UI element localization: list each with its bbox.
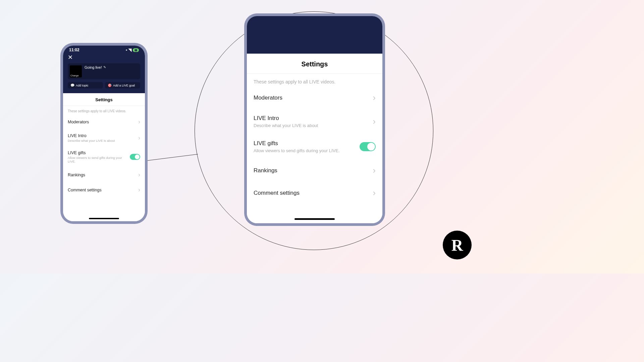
chevron-right-icon: ›: [138, 118, 140, 125]
settings-row-rankings[interactable]: Rankings ›: [247, 159, 382, 182]
settings-description: These settings apply to all LIVE videos.: [247, 74, 382, 86]
edit-icon[interactable]: ✎: [103, 65, 106, 69]
row-label: Rankings: [254, 167, 277, 174]
chevron-right-icon: ›: [138, 186, 140, 193]
chevron-right-icon: ›: [373, 165, 376, 176]
target-icon: 🎯: [108, 83, 112, 87]
status-time: 11:02: [69, 48, 79, 52]
chevron-right-icon: ›: [373, 188, 376, 198]
chevron-right-icon: ›: [373, 116, 376, 127]
battery-icon: ▮▮: [133, 48, 139, 52]
speech-icon: 💬: [70, 83, 74, 87]
phone-mockup-zoom: Settings These settings apply to all LIV…: [244, 13, 385, 226]
row-label: LIVE Intro: [254, 115, 318, 122]
brand-letter: R: [451, 236, 463, 254]
status-bar: 11:02 ▪ ◥ ▮▮: [63, 46, 145, 54]
status-icons: ▪ ◥ ▮▮: [126, 48, 139, 52]
row-label: Comment settings: [68, 188, 102, 192]
settings-row-live-gifts: LIVE gifts Allow viewers to send gifts d…: [247, 134, 382, 159]
row-label: LIVE gifts: [68, 150, 130, 155]
illustration-canvas: 11:02 ▪ ◥ ▮▮ ✕ Change: [0, 0, 488, 274]
settings-panel: Settings These settings apply to all LIV…: [63, 93, 145, 221]
add-topic-label: Add topic: [76, 84, 89, 87]
live-gifts-toggle[interactable]: [130, 154, 141, 160]
row-label: Moderators: [254, 95, 282, 101]
settings-row-comment-settings[interactable]: Comment settings ›: [63, 182, 145, 197]
settings-row-comment-settings[interactable]: Comment settings ›: [247, 182, 382, 204]
close-icon[interactable]: ✕: [68, 54, 73, 61]
settings-title: Settings: [63, 93, 145, 106]
phone-mockup-small: 11:02 ▪ ◥ ▮▮ ✕ Change: [60, 43, 148, 224]
row-sublabel: Describe what your LIVE is about: [68, 139, 115, 142]
chevron-right-icon: ›: [138, 134, 140, 141]
settings-description: These settings apply to all LIVE videos.: [63, 106, 145, 114]
home-indicator: [294, 218, 335, 220]
chevron-right-icon: ›: [138, 171, 140, 178]
row-label: LIVE gifts: [254, 140, 340, 147]
row-sublabel: Allow viewers to send gifts during your …: [254, 148, 340, 153]
live-title-text[interactable]: Going live!: [85, 65, 102, 69]
settings-row-rankings[interactable]: Rankings ›: [63, 167, 145, 182]
row-sublabel: Describe what your LIVE is about: [254, 123, 318, 128]
live-title-card: Change Going live! ✎: [68, 63, 140, 79]
wifi-icon: ◥: [128, 48, 131, 52]
brand-badge: R: [443, 231, 472, 259]
cover-thumbnail[interactable]: Change: [70, 65, 82, 77]
row-label: Comment settings: [254, 190, 300, 196]
row-label: LIVE Intro: [68, 133, 115, 138]
row-label: Rankings: [68, 173, 85, 177]
add-live-goal-chip[interactable]: 🎯 Add a LIVE goal: [105, 82, 140, 88]
settings-panel-zoom: Settings These settings apply to all LIV…: [247, 54, 382, 223]
add-topic-chip[interactable]: 💬 Add topic: [68, 82, 103, 88]
settings-row-moderators[interactable]: Moderators ›: [247, 86, 382, 109]
chevron-right-icon: ›: [373, 93, 376, 103]
settings-row-live-gifts: LIVE gifts Allow viewers to send gifts d…: [63, 146, 145, 167]
settings-title: Settings: [247, 54, 382, 74]
row-label: Moderators: [68, 120, 89, 124]
settings-row-moderators[interactable]: Moderators ›: [63, 114, 145, 129]
signal-icon: ▪: [126, 48, 127, 52]
home-indicator: [89, 218, 119, 219]
settings-row-live-intro[interactable]: LIVE Intro Describe what your LIVE is ab…: [247, 109, 382, 134]
add-goal-label: Add a LIVE goal: [113, 84, 135, 87]
zoom-phone-header-navy: [247, 16, 382, 54]
row-sublabel: Allow viewers to send gifts during your …: [68, 156, 130, 163]
change-cover-label: Change: [70, 74, 79, 77]
live-gifts-toggle[interactable]: [360, 142, 376, 151]
settings-row-live-intro[interactable]: LIVE Intro Describe what your LIVE is ab…: [63, 129, 145, 146]
